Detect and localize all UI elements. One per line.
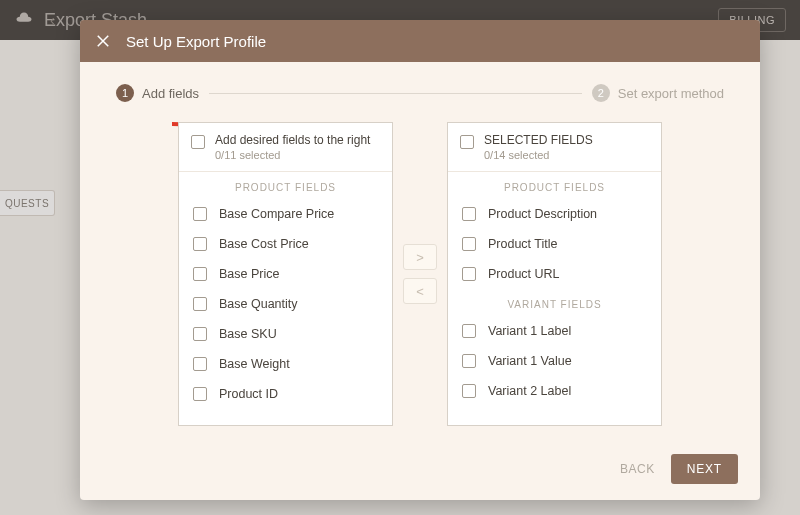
move-right-button[interactable]: > [403, 244, 437, 270]
step-add-fields[interactable]: 1 Add fields [116, 84, 199, 102]
checkbox[interactable] [193, 267, 207, 281]
checkbox[interactable] [193, 237, 207, 251]
modal-title: Set Up Export Profile [126, 33, 266, 50]
list-item[interactable]: Base Price [179, 259, 392, 289]
step-label: Set export method [618, 86, 724, 101]
list-item[interactable]: Variant 1 Label [448, 316, 661, 346]
select-all-checkbox[interactable] [191, 135, 205, 149]
panel-header: Add desired fields to the right 0/11 sel… [179, 123, 392, 172]
item-label: Base Cost Price [219, 237, 309, 251]
step-divider [209, 93, 582, 94]
checkbox[interactable] [193, 387, 207, 401]
step-number: 2 [592, 84, 610, 102]
checkbox[interactable] [462, 354, 476, 368]
list-item[interactable]: Base SKU [179, 319, 392, 349]
item-label: Variant 1 Label [488, 324, 571, 338]
list-item[interactable]: Product Title [448, 229, 661, 259]
checkbox[interactable] [193, 357, 207, 371]
close-icon[interactable] [94, 32, 112, 50]
item-label: Variant 1 Value [488, 354, 572, 368]
item-label: Product Description [488, 207, 597, 221]
list-item[interactable]: Product URL [448, 259, 661, 289]
item-label: Product ID [219, 387, 278, 401]
step-label: Add fields [142, 86, 199, 101]
panel-scroll[interactable]: PRODUCT FIELDS Product Description Produ… [448, 172, 661, 425]
checkbox[interactable] [193, 327, 207, 341]
item-label: Base Quantity [219, 297, 298, 311]
step-number: 1 [116, 84, 134, 102]
panel-subtitle: 0/14 selected [484, 149, 593, 161]
item-label: Base SKU [219, 327, 277, 341]
modal-footer: BACK NEXT [80, 440, 760, 500]
stepper: 1 Add fields 2 Set export method [116, 84, 724, 102]
item-label: Base Weight [219, 357, 290, 371]
export-profile-modal: Set Up Export Profile 1 Add fields 2 Set… [80, 20, 760, 500]
list-item[interactable]: Variant 2 Label [448, 376, 661, 406]
modal-header: Set Up Export Profile [80, 20, 760, 62]
checkbox[interactable] [462, 324, 476, 338]
select-all-checkbox[interactable] [460, 135, 474, 149]
panel-scroll[interactable]: PRODUCT FIELDS Base Compare Price Base C… [179, 172, 392, 425]
list-item[interactable]: Product ID [179, 379, 392, 409]
step-export-method[interactable]: 2 Set export method [592, 84, 724, 102]
modal-body: 1 Add fields 2 Set export method [80, 62, 760, 440]
field-picker: Add desired fields to the right 0/11 sel… [116, 122, 724, 430]
group-label: PRODUCT FIELDS [448, 172, 661, 199]
item-label: Variant 2 Label [488, 384, 571, 398]
group-label: VARIANT FIELDS [448, 289, 661, 316]
selected-fields-panel: SELECTED FIELDS 0/14 selected PRODUCT FI… [447, 122, 662, 426]
list-item[interactable]: Base Compare Price [179, 199, 392, 229]
back-button[interactable]: BACK [620, 454, 655, 484]
move-left-button[interactable]: < [403, 278, 437, 304]
panel-title: SELECTED FIELDS [484, 133, 593, 147]
panel-header: SELECTED FIELDS 0/14 selected [448, 123, 661, 172]
item-label: Base Price [219, 267, 279, 281]
checkbox[interactable] [462, 207, 476, 221]
checkbox[interactable] [193, 297, 207, 311]
item-label: Base Compare Price [219, 207, 334, 221]
available-fields-panel: Add desired fields to the right 0/11 sel… [178, 122, 393, 426]
checkbox[interactable] [462, 384, 476, 398]
item-label: Product URL [488, 267, 560, 281]
checkbox[interactable] [193, 207, 207, 221]
list-item[interactable]: Base Weight [179, 349, 392, 379]
list-item[interactable]: Variant 1 Value [448, 346, 661, 376]
panel-title: Add desired fields to the right [215, 133, 370, 147]
group-label: PRODUCT FIELDS [179, 172, 392, 199]
next-button[interactable]: NEXT [671, 454, 738, 484]
list-item[interactable]: Base Cost Price [179, 229, 392, 259]
checkbox[interactable] [462, 237, 476, 251]
transfer-buttons: > < [403, 122, 437, 426]
checkbox[interactable] [462, 267, 476, 281]
list-item[interactable]: Base Quantity [179, 289, 392, 319]
panel-subtitle: 0/11 selected [215, 149, 370, 161]
list-item[interactable]: Product Description [448, 199, 661, 229]
item-label: Product Title [488, 237, 557, 251]
